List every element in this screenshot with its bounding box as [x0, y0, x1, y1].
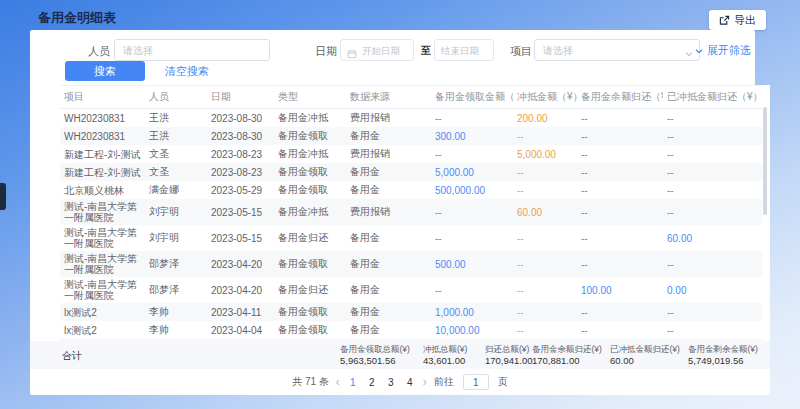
export-button[interactable]: 导出: [709, 10, 766, 30]
cell-balance_return: --: [577, 145, 663, 163]
search-button[interactable]: 搜索: [65, 61, 145, 81]
expand-filters-link[interactable]: 展开筛选: [694, 43, 751, 58]
column-header: 人员: [145, 86, 207, 109]
cell-offset: --: [513, 163, 577, 181]
cell-balance_return: --: [577, 181, 663, 199]
cell-type: 备用金领取: [274, 251, 346, 277]
table-body: WH20230831王洪2023-08-30备用金冲抵费用报销--200.00-…: [60, 109, 762, 342]
pagination: 共 71 条 ‹ 1234 › 前往 页: [30, 369, 770, 395]
table-row[interactable]: 新建工程-刘-测试文圣2023-08-23备用金冲抵费用报销--5,000.00…: [60, 145, 762, 163]
chevron-down-icon: [684, 45, 694, 55]
summary-stat-label: 备用金领取总额(¥): [340, 344, 410, 355]
cell-offset_return: 60.00: [663, 225, 762, 251]
cell-offset_return: --: [663, 127, 762, 145]
cell-date: 2023-04-04: [207, 321, 274, 339]
cell-balance_return: --: [577, 321, 663, 339]
cell-project: WH20230831: [60, 109, 145, 128]
table-row[interactable]: 测试-南昌大学第一附属医院刘宇明2023-05-15备用金冲抵费用报销--60.…: [60, 199, 762, 225]
cell-offset: --: [513, 127, 577, 145]
page-number-2[interactable]: 2: [366, 377, 378, 388]
table-row[interactable]: 测试-南昌大学第一附属医院邵梦泽2023-04-20备用金领取备用金500.00…: [60, 251, 762, 277]
cell-type: 备用金冲抵: [274, 109, 346, 128]
clear-search-link[interactable]: 清空搜索: [165, 64, 209, 79]
cell-project: WH20230831: [60, 127, 145, 145]
cell-offset_return: --: [663, 163, 762, 181]
date-start-input[interactable]: [340, 39, 414, 61]
sidebar-collapse-handle[interactable]: [0, 183, 6, 210]
cell-offset_return: --: [663, 199, 762, 225]
summary-stat: 冲抵总额(¥)43,601.00: [423, 344, 467, 367]
column-header: 备用金领取金额（¥）: [431, 86, 513, 109]
date-filter-label: 日期: [315, 44, 337, 59]
cell-type: 备用金领取: [274, 127, 346, 145]
table-row[interactable]: 新建工程-刘-测试文圣2023-08-23备用金领取备用金5,000.00---…: [60, 163, 762, 181]
prev-page-icon[interactable]: ‹: [336, 376, 340, 388]
table-row[interactable]: lx测试2李帅2023-04-04备用金领取备用金10,000.00------: [60, 321, 762, 339]
cell-offset_return: --: [663, 303, 762, 321]
page-number-3[interactable]: 3: [385, 377, 397, 388]
goto-page-input[interactable]: [463, 374, 489, 390]
table-row[interactable]: 测试-南昌大学第一附属医院邵梦泽2023-04-20备用金归还备用金----10…: [60, 277, 762, 303]
cell-person: 李帅: [145, 303, 207, 321]
filter-panel: 人员 日期 至 项目 展开筛选 搜索 清空搜索: [30, 30, 755, 85]
summary-stat-label: 已冲抵金额归还(¥): [610, 344, 680, 355]
cell-offset: 60.00: [513, 199, 577, 225]
cell-offset_return: --: [663, 181, 762, 199]
cell-type: 备用金领取: [274, 163, 346, 181]
column-header: 日期: [207, 86, 274, 109]
summary-stat-label: 备用金剩余金额(¥): [688, 344, 758, 355]
cell-received: --: [431, 109, 513, 128]
date-end-field[interactable]: [441, 45, 487, 56]
cell-source: 备用金: [346, 321, 431, 339]
page-number-4[interactable]: 4: [404, 377, 416, 388]
cell-source: 备用金: [346, 163, 431, 181]
cell-offset_return: --: [663, 109, 762, 128]
cell-person: 邵梦泽: [145, 277, 207, 303]
column-header: 数据来源: [346, 86, 431, 109]
cell-date: 2023-04-11: [207, 303, 274, 321]
cell-date: 2023-08-23: [207, 145, 274, 163]
export-label: 导出: [734, 13, 756, 28]
cell-offset: --: [513, 225, 577, 251]
cell-balance_return: --: [577, 109, 663, 128]
table-row[interactable]: 北京顺义桃林满金娜2023-05-29备用金领取备用金500,000.00---…: [60, 181, 762, 199]
summary-stat-label: 备用金余额归还(¥): [532, 344, 602, 355]
cell-person: 王洪: [145, 127, 207, 145]
summary-stat-value: 170,881.00: [532, 355, 602, 367]
cell-received: 1,000.00: [431, 303, 513, 321]
cell-type: 备用金冲抵: [274, 199, 346, 225]
cell-offset_return: --: [663, 145, 762, 163]
cell-received: 500.00: [431, 251, 513, 277]
cell-type: 备用金归还: [274, 225, 346, 251]
cell-date: 2023-05-15: [207, 225, 274, 251]
date-start-field[interactable]: [362, 45, 407, 56]
cell-type: 备用金冲抵: [274, 145, 346, 163]
table-row[interactable]: 测试-南昌大学第一附属医院刘宇明2023-05-15备用金归还备用金------…: [60, 225, 762, 251]
cell-source: 备用金: [346, 303, 431, 321]
calendar-icon: [347, 45, 357, 55]
table-row[interactable]: lx测试2李帅2023-04-11备用金领取备用金1,000.00------: [60, 303, 762, 321]
page-number-1[interactable]: 1: [347, 377, 359, 388]
cell-source: 费用报销: [346, 199, 431, 225]
date-end-input[interactable]: [434, 39, 494, 61]
person-filter-input[interactable]: [114, 39, 270, 61]
cell-source: 备用金: [346, 277, 431, 303]
expand-filters-label: 展开筛选: [707, 43, 751, 58]
person-filter-label: 人员: [88, 44, 110, 59]
table-row[interactable]: WH20230831王洪2023-08-30备用金领取备用金300.00----…: [60, 127, 762, 145]
cell-source: 备用金: [346, 127, 431, 145]
summary-stat: 归还总额(¥)170,941.00: [485, 344, 533, 367]
table-row[interactable]: WH20230831王洪2023-08-30备用金冲抵费用报销--200.00-…: [60, 109, 762, 128]
cell-balance_return: --: [577, 225, 663, 251]
table-scrollbar[interactable]: [763, 107, 767, 215]
cell-offset: --: [513, 181, 577, 199]
summary-stat-value: 60.00: [610, 355, 680, 367]
page-numbers: 1234: [347, 377, 416, 388]
column-header: 项目: [60, 86, 145, 109]
cell-offset: --: [513, 251, 577, 277]
next-page-icon[interactable]: ›: [423, 376, 427, 388]
page-title: 备用金明细表: [38, 9, 116, 27]
cell-balance_return: --: [577, 127, 663, 145]
project-filter-select[interactable]: [534, 39, 700, 61]
data-table-wrap: 项目人员日期类型数据来源备用金领取金额（¥）冲抵金额（¥）备用金余额归还（¥）已…: [60, 85, 762, 341]
